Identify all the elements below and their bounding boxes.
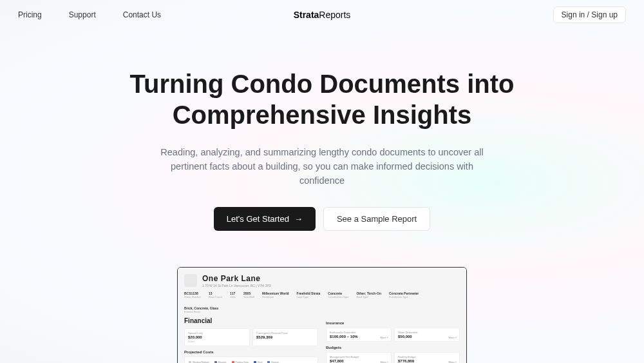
nav-link-contact[interactable]: Contact Us (123, 10, 161, 19)
report-title: One Park Lane (202, 274, 460, 283)
meta-item: BCS1138Strata Number (184, 291, 201, 299)
meta-item: Brick, Concrete, GlassExterior Finish (184, 306, 218, 313)
report-col-right: Insurance Earthquake Deductible $100,000… (326, 317, 460, 363)
meta-item: Other; Torch-OnRoof Type (356, 291, 381, 299)
report-preview: One Park Lane 1 70 W 14 St Park Ln Vanco… (177, 267, 467, 363)
hero-subtitle: Reading, analyzing, and summarizing leng… (155, 146, 489, 188)
header: Pricing Support Contact Us StrataReports… (0, 0, 644, 30)
hero-title: Turning Condo Documents into Comprehensi… (64, 68, 580, 130)
meta-item: ConcreteConstruction Type (328, 291, 348, 299)
financial-title: Financial (184, 317, 318, 324)
card-special-levy: Special Levy $20,000 Votes (184, 328, 250, 346)
logo[interactable]: StrataReports (294, 10, 351, 20)
projected-costs-title: Projected Costs (184, 350, 318, 354)
sign-in-button[interactable]: Sign in / Sign up (553, 6, 626, 23)
hero-section: Turning Condo Documents into Comprehensi… (0, 68, 644, 231)
projected-costs-chart: Window/Skylight Elevator Parking Gate Ro… (184, 357, 318, 363)
meta-item: Freehold StrataLand Type (297, 291, 321, 299)
report-header: One Park Lane 1 70 W 14 St Park Ln Vanco… (184, 274, 460, 288)
card-water: Water Deductible $50,000 More » (394, 328, 460, 342)
nav-link-support[interactable]: Support (69, 10, 96, 19)
meta-item: 13Floor Count (209, 291, 222, 299)
nav-left: Pricing Support Contact Us (18, 10, 161, 19)
arrow-right-icon: → (294, 214, 303, 224)
meta-item: Concrete PerimeterFoundation Type (389, 291, 419, 299)
card-roofing: Roofing Budget $776,869 More » (394, 352, 460, 363)
report-inner: One Park Lane 1 70 W 14 St Park Ln Vanco… (178, 268, 466, 363)
logo-bold: Strata (294, 10, 319, 20)
card-earthquake: Earthquake Deductible $100,000 – 10% Mor… (326, 328, 392, 342)
card-crf: Contingency Reserve Fund $529,369 (252, 328, 318, 346)
sample-report-button[interactable]: See a Sample Report (323, 207, 430, 231)
meta-item: 2005Year Built (243, 291, 254, 299)
budgets-title: Budgets (326, 346, 460, 349)
report-logo-icon (184, 274, 197, 287)
report-meta: BCS1138Strata Number 13Floor Count 117Un… (184, 291, 460, 313)
get-started-label: Let's Get Started (227, 214, 289, 224)
report-col-left: Financial Special Levy $20,000 Votes Con… (184, 317, 318, 363)
get-started-button[interactable]: Let's Get Started → (214, 207, 316, 231)
cta-buttons: Let's Get Started → See a Sample Report (64, 207, 580, 231)
insurance-title: Insurance (326, 321, 460, 325)
meta-item: 117Units (230, 291, 236, 299)
report-address: 1 70 W 14 St Park Ln Vancouver, BC | V7M… (202, 284, 460, 288)
meta-item: Millennium WorldDeveloper (262, 291, 289, 299)
nav-link-pricing[interactable]: Pricing (18, 10, 42, 19)
report-columns: Financial Special Levy $20,000 Votes Con… (184, 317, 460, 363)
card-mgmt-fee: Management Fee Budget $47,800 More » (326, 352, 392, 363)
logo-light: Reports (319, 10, 350, 20)
